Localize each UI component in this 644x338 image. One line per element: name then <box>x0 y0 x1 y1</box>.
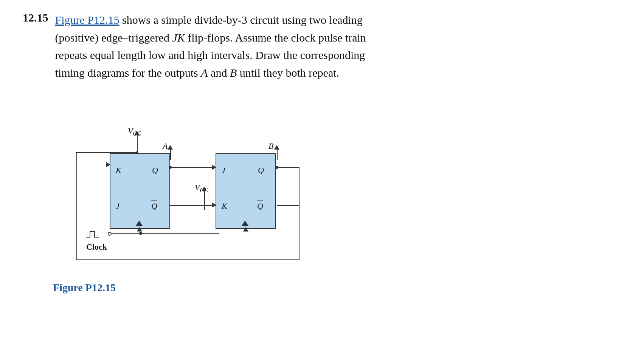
A-arrow <box>168 145 173 150</box>
vcc-h-line-left <box>76 152 136 153</box>
text-line3: repeats equal length low and high interv… <box>55 49 365 61</box>
problem-text: Figure P12.15 shows a simple divide-by-3… <box>55 11 622 82</box>
ff2-Qbar-label: Q <box>257 201 263 211</box>
B-arrow <box>274 145 279 150</box>
vcc2-v-line <box>204 190 205 210</box>
clock-h-line2 <box>140 233 219 234</box>
ff1-Qbar-label: Q <box>151 201 157 211</box>
ff2-J-label: J <box>222 165 225 175</box>
B-line-v <box>277 149 278 160</box>
clock-label: Clock <box>86 242 107 252</box>
ff2-clk-arrow <box>243 227 248 232</box>
vcc-arrow1 <box>134 131 140 135</box>
feedback-left-v <box>76 152 77 260</box>
circuit-diagram: VCC K J Q Q A VCC J <box>53 93 310 274</box>
text-part1: shows a simple divide-by-3 circuit using… <box>119 14 363 26</box>
ff2-box: J K Q Q <box>216 153 276 229</box>
B-label: B <box>268 141 273 151</box>
A-line-v <box>170 149 171 160</box>
ff1-box: K J Q Q <box>110 153 170 229</box>
ff1-clk-triangle <box>136 221 143 226</box>
figure-link[interactable]: Figure P12.15 <box>55 14 119 26</box>
text-line4: timing diagrams for the outputs A and B … <box>55 66 340 79</box>
ff1-Q-label: Q <box>152 165 158 175</box>
Qbar1-to-K2-h <box>170 205 216 206</box>
vcc2-arrow <box>202 187 207 191</box>
text-line2: (positive) edge–triggered JK flip-flops.… <box>55 31 366 44</box>
A-label: A <box>163 141 168 151</box>
ff2-Qbar-out-h <box>277 205 299 206</box>
ff1-K-label: K <box>116 165 121 175</box>
clock-symbol-svg <box>86 230 107 241</box>
junction-dot-Q2 <box>275 166 278 169</box>
Q1-to-J2-h <box>170 167 216 168</box>
feedback-right-v <box>299 167 299 260</box>
problem-number: 12.15 <box>23 11 48 82</box>
ff2-Q-label: Q <box>258 165 264 175</box>
ff2-clk-triangle <box>242 221 248 226</box>
problem-header: 12.15 Figure P12.15 shows a simple divid… <box>23 11 621 82</box>
ff1-J-label: J <box>116 201 119 211</box>
K1-arrow <box>106 162 110 167</box>
ff2-K-label: K <box>222 201 227 211</box>
ff2-Q-out-h <box>277 167 299 168</box>
feedback-bottom-h <box>76 259 299 260</box>
ff1-clk-arrow <box>137 227 142 232</box>
clock-bubble <box>108 232 112 236</box>
figure-caption: Figure P12.15 <box>53 282 621 294</box>
clock-h-line <box>112 233 141 234</box>
